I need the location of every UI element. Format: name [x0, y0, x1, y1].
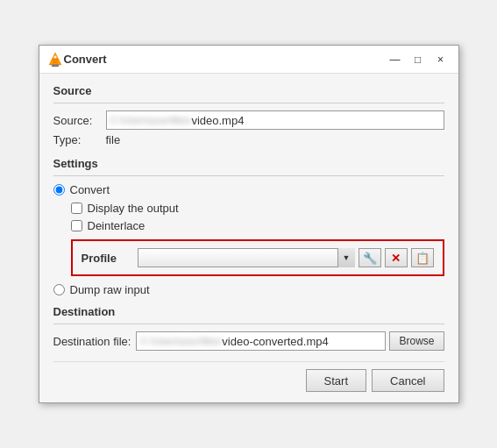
destination-section-label: Destination	[53, 305, 444, 318]
source-field-row: Source: C:\Users\your\files\video.mp4	[53, 110, 444, 130]
new-profile-button[interactable]: 📋	[411, 248, 434, 267]
window-title: Convert	[64, 53, 385, 66]
deinterlace-checkbox[interactable]	[71, 220, 82, 231]
profile-select-wrapper: Video - H.264 + MP3 (MP4) Video - VP80 +…	[138, 248, 355, 267]
wrench-button[interactable]: 🔧	[359, 248, 381, 267]
close-button[interactable]: ×	[430, 51, 451, 68]
source-section-label: Source	[53, 84, 444, 97]
wrench-icon: 🔧	[363, 252, 377, 265]
svg-marker-0	[49, 53, 61, 65]
delete-icon: ✕	[391, 252, 401, 265]
convert-radio-row: Convert	[53, 183, 444, 196]
source-label: Source:	[53, 114, 106, 127]
dest-field-row: Destination file: C:\Users\your\files\vi…	[53, 331, 444, 351]
profile-select[interactable]: Video - H.264 + MP3 (MP4) Video - VP80 +…	[138, 248, 355, 267]
deinterlace-row: Deinterlace	[71, 219, 444, 232]
dump-label[interactable]: Dump raw input	[70, 283, 150, 296]
source-divider	[53, 103, 444, 103]
source-value: video.mp4	[191, 114, 244, 127]
maximize-button[interactable]: □	[408, 51, 429, 68]
title-buttons: — □ ×	[385, 51, 451, 68]
convert-radio-label[interactable]: Convert	[70, 183, 110, 196]
minimize-button[interactable]: —	[385, 51, 406, 68]
profile-box: Profile Video - H.264 + MP3 (MP4) Video …	[71, 239, 444, 276]
list-icon: 📋	[415, 252, 430, 265]
deinterlace-label[interactable]: Deinterlace	[88, 219, 146, 232]
settings-divider	[53, 175, 444, 176]
svg-point-2	[51, 64, 59, 66]
type-label: Type:	[53, 133, 106, 146]
browse-button[interactable]: Browse	[389, 331, 444, 351]
convert-radio[interactable]	[53, 184, 65, 196]
cancel-button[interactable]: Cancel	[372, 369, 444, 392]
type-value: file	[106, 133, 121, 146]
dump-radio-row: Dump raw input	[53, 283, 444, 296]
vlc-icon	[46, 51, 64, 68]
source-section: Source Source: C:\Users\your\files\video…	[53, 84, 444, 146]
profile-label: Profile	[82, 252, 134, 265]
dest-file-label: Destination file:	[53, 335, 131, 348]
display-output-label[interactable]: Display the output	[88, 202, 179, 215]
footer-buttons: Start Cancel	[53, 361, 444, 392]
dest-input[interactable]: C:\Users\your\files\video-converted.mp4	[136, 331, 386, 351]
title-bar: Convert — □ ×	[39, 46, 458, 74]
settings-section-label: Settings	[53, 157, 444, 170]
delete-profile-button[interactable]: ✕	[385, 248, 408, 267]
source-blurred: C:\Users\your\files\	[110, 115, 192, 125]
source-input[interactable]: C:\Users\your\files\video.mp4	[106, 110, 444, 130]
dest-value: video-converted.mp4	[222, 335, 328, 348]
destination-section: Destination Destination file: C:\Users\y…	[53, 305, 444, 351]
settings-section: Settings Convert Display the output Dein…	[53, 157, 444, 296]
start-button[interactable]: Start	[306, 369, 366, 392]
dest-blurred: C:\Users\your\files\	[140, 336, 222, 346]
display-output-row: Display the output	[71, 202, 444, 215]
main-window: Convert — □ × Source Source: C:\Users\yo…	[39, 45, 459, 403]
svg-point-5	[53, 55, 56, 58]
window-content: Source Source: C:\Users\your\files\video…	[39, 74, 458, 402]
type-field-row: Type: file	[53, 133, 444, 146]
destination-divider	[53, 324, 444, 324]
dump-radio[interactable]	[53, 284, 65, 295]
display-output-checkbox[interactable]	[71, 203, 82, 214]
